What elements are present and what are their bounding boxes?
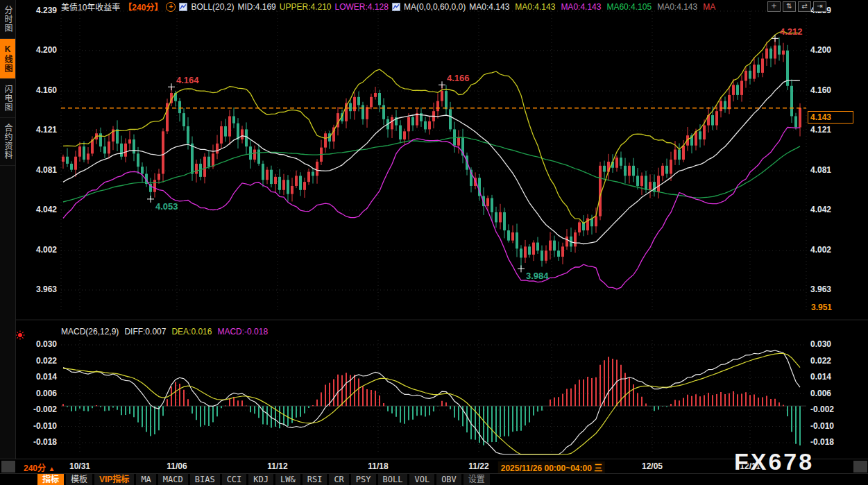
price-tick-right: 4.200 [810, 45, 831, 55]
price-tick-left: 4.160 [21, 85, 57, 95]
svg-text:3.984: 3.984 [526, 271, 549, 281]
fx678-watermark: FX678 [734, 448, 814, 475]
date-label: 10/31 [69, 461, 90, 471]
macd-tick-left: -0.010 [21, 421, 57, 431]
date-label: 11/06 [167, 461, 187, 471]
ma-value: MA0:4.143 [561, 2, 601, 12]
macd-tick-right: 0.006 [810, 389, 831, 398]
sidebar-tab[interactable]: K线图 [0, 39, 15, 79]
price-tick-left: 4.239 [21, 6, 57, 15]
toolbar-item[interactable]: PSY [351, 474, 376, 485]
macd-tick-right: -0.002 [810, 405, 834, 414]
price-tick-left: 4.042 [21, 205, 57, 214]
chart-header: 美债10年收益率 【240分】 + BOLL(20,2) MID:4.169 U… [61, 1, 715, 12]
macd-tick-left: 0.006 [21, 389, 57, 398]
chart-canvas[interactable]: 4.1644.0534.1663.9844.212 [0, 0, 868, 485]
toolbar-item[interactable]: BIAS [190, 474, 220, 485]
pan-right-icon[interactable]: ⇥ [813, 1, 826, 12]
date-label: 12/05 [642, 461, 663, 471]
crosshair-icon[interactable]: + [767, 1, 781, 12]
toolbar-item[interactable]: BOLL [378, 474, 408, 485]
macd-tick-left: 0.022 [21, 356, 57, 366]
toolbar-item[interactable]: KDJ [248, 474, 273, 485]
ma-value: MA0:4.143 [469, 2, 509, 12]
macd-tick-left: 0.030 [21, 339, 57, 349]
svg-text:4.166: 4.166 [447, 73, 470, 83]
toolbar-item[interactable]: 模板 [66, 474, 92, 485]
toolbar-item[interactable]: LW& [275, 474, 300, 485]
price-tick-right: 4.121 [810, 125, 831, 135]
toolbar-item[interactable]: VOL [409, 474, 434, 485]
macd-tick-right: -0.010 [810, 421, 834, 431]
macd-dea-value: DEA:0.016 [171, 327, 212, 337]
toolbar-item[interactable]: 指标 [37, 474, 64, 485]
boll-upper-value: UPPER:4.210 [280, 2, 332, 12]
sidebar-tab[interactable]: 闪电图 [0, 79, 15, 118]
sidebar-tab[interactable]: 合约资料 [0, 118, 15, 166]
svg-text:4.212: 4.212 [780, 26, 803, 37]
macd-diff-value: DIFF:0.007 [124, 327, 166, 337]
toolbar-item[interactable]: MA [136, 474, 155, 485]
period-label: 【240分】 [124, 1, 162, 12]
symbol-title: 美债10年收益率 [61, 1, 120, 12]
macd-tick-right: -0.018 [810, 437, 834, 447]
sidebar-tab[interactable]: 分时图 [0, 0, 15, 39]
toolbar-item[interactable]: OBV [436, 474, 461, 485]
macd-tick-right: 0.014 [810, 372, 831, 382]
toolbar-item[interactable]: RSI [303, 474, 327, 485]
axis-low-badge: 3.951 [809, 303, 834, 312]
svg-text:4.164: 4.164 [176, 75, 199, 85]
macd-params-label: MACD(26,12,9) [61, 327, 119, 337]
macd-tick-right: 0.030 [810, 339, 831, 349]
ma-values: MA0:4.143MA0:4.143MA0:4.143MA60:4.105MA0… [469, 2, 715, 12]
price-tick-left: 3.963 [21, 284, 57, 294]
price-tick-left: 4.121 [21, 125, 57, 135]
toolbar-item[interactable]: CCI [222, 474, 247, 485]
boll-lower-value: LOWER:4.128 [335, 2, 389, 12]
price-tick-right: 3.963 [810, 284, 831, 294]
price-tick-left: 4.002 [21, 245, 57, 255]
ma-chart-icon [392, 3, 400, 11]
crosshair-date-label: 2025/11/26 00:00~04:00 三 [498, 461, 605, 473]
macd-tick-left: 0.014 [21, 372, 57, 382]
date-label: 11/18 [368, 461, 388, 471]
price-tick-right: 4.160 [810, 85, 831, 95]
date-label: 11/12 [267, 461, 287, 471]
ma-params-label: MA(0,0,0,60,0,0) [404, 2, 466, 12]
svg-text:4.053: 4.053 [155, 201, 178, 212]
ma-value: MA0:4.143 [515, 2, 555, 12]
scale-x-icon[interactable]: ⇄ [798, 1, 811, 12]
price-tick-right: 4.081 [810, 165, 831, 175]
add-indicator-icon[interactable]: + [166, 2, 176, 12]
ma-value: MA [703, 2, 715, 12]
price-tick-right: 4.042 [810, 205, 831, 214]
ma-value: MA60:4.105 [606, 2, 652, 12]
toolbar-item[interactable]: 设置 [463, 474, 490, 485]
macd-tick-right: 0.022 [810, 356, 831, 366]
ma-value: MA0:4.143 [657, 2, 697, 12]
current-price-badge: 4.143 [808, 111, 853, 124]
macd-header: MACD(26,12,9) DIFF:0.007 DEA:0.016 MACD:… [61, 327, 268, 337]
toolbar-item[interactable]: MACD [158, 474, 188, 485]
price-tick-left: 4.081 [21, 165, 57, 175]
boll-mid-value: MID:4.169 [237, 2, 275, 12]
boll-chart-icon [179, 3, 187, 11]
chart-tool-icons: +⇅⇄⇥ [767, 1, 826, 12]
scale-y-icon[interactable]: ⇅ [783, 1, 796, 12]
toolbar-item[interactable]: VIP指标 [94, 474, 134, 485]
price-tick-left: 4.200 [21, 45, 57, 55]
boll-label: BOLL(20,2) [191, 2, 234, 12]
macd-tick-left: -0.002 [21, 405, 57, 414]
price-tick-right: 4.002 [810, 245, 831, 255]
macd-tick-left: -0.018 [21, 437, 57, 447]
sidebar: 分时图K线图闪电图合约资料 [0, 0, 16, 459]
alert-icon[interactable] [15, 330, 25, 340]
axis-corner-right [853, 461, 867, 473]
trading-app-window: 4.1644.0534.1663.9844.212 分时图K线图闪电图合约资料 … [0, 0, 868, 485]
date-label: 11/22 [468, 461, 488, 471]
toolbar-item[interactable]: CR [329, 474, 348, 485]
macd-macd-value: MACD:-0.018 [217, 327, 268, 337]
